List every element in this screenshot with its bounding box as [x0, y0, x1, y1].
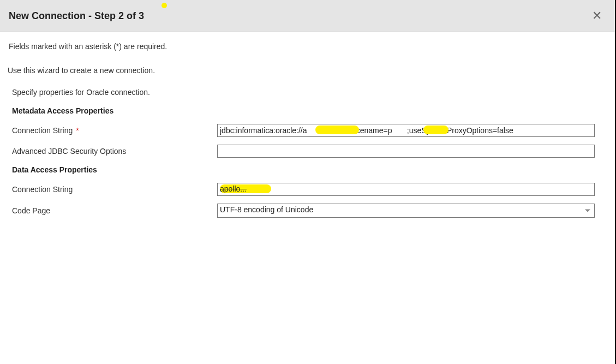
close-button[interactable]: ✕ — [588, 10, 606, 22]
dialog-header: New Connection - Step 2 of 3 ✕ — [0, 0, 615, 32]
data-connection-string-label: Connection String — [12, 185, 217, 194]
specify-properties-text: Specify properties for Oracle connection… — [9, 88, 606, 97]
highlight-dot — [162, 3, 167, 8]
data-connection-string-input[interactable] — [217, 183, 595, 196]
connection-string-label: Connection String * — [12, 126, 217, 135]
connection-string-label-text: Connection String — [12, 126, 73, 135]
close-icon: ✕ — [592, 9, 602, 22]
redacted-text-hint: apollo... — [220, 184, 247, 193]
required-fields-note: Fields marked with an asterisk (*) are r… — [9, 42, 606, 51]
dialog-body: Fields marked with an asterisk (*) are r… — [0, 32, 615, 235]
code-page-select[interactable]: UTF-8 encoding of Unicode — [217, 204, 595, 218]
connection-string-input[interactable] — [217, 124, 595, 137]
connection-string-input-wrapper — [217, 124, 595, 137]
required-asterisk: * — [74, 126, 79, 135]
code-page-label: Code Page — [12, 206, 217, 215]
metadata-section-heading: Metadata Access Properties — [9, 106, 606, 115]
advanced-jdbc-label: Advanced JDBC Security Options — [12, 147, 217, 156]
dialog-title: New Connection - Step 2 of 3 — [9, 10, 144, 22]
data-section-heading: Data Access Properties — [9, 165, 606, 174]
advanced-jdbc-row: Advanced JDBC Security Options — [9, 145, 606, 158]
data-connection-string-row: Connection String apollo... — [9, 183, 606, 196]
code-page-row: Code Page UTF-8 encoding of Unicode — [9, 204, 606, 218]
data-connection-string-input-wrapper: apollo... — [217, 183, 595, 196]
wizard-intro-text: Use this wizard to create a new connecti… — [8, 66, 606, 75]
connection-string-row: Connection String * — [9, 124, 606, 137]
code-page-select-wrapper: UTF-8 encoding of Unicode — [217, 204, 595, 218]
advanced-jdbc-input[interactable] — [217, 145, 595, 158]
